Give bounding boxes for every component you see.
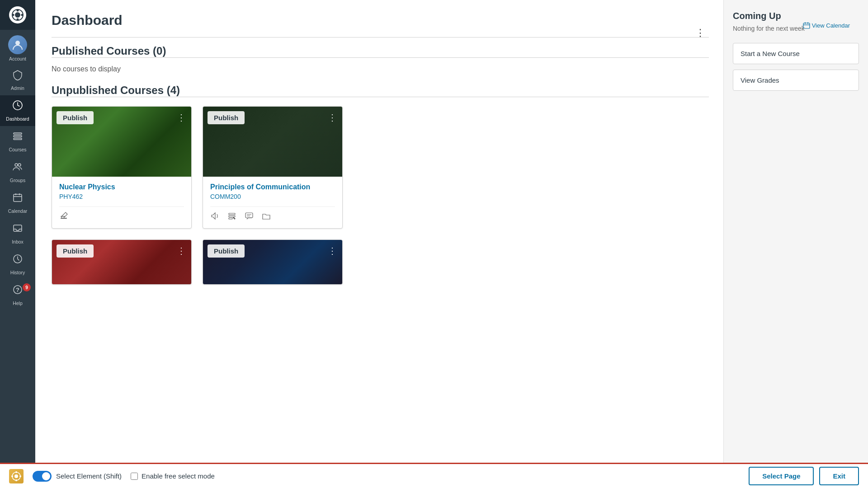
svg-point-11: [15, 164, 18, 166]
edit-icon-1[interactable]: [227, 211, 236, 223]
dashboard-icon: [12, 100, 23, 113]
svg-point-37: [11, 475, 13, 477]
courses-label: Courses: [9, 147, 26, 152]
sidebar: Account Admin Dashboard: [0, 0, 35, 463]
view-grades-button[interactable]: View Grades: [733, 70, 859, 91]
courses-grid: Publish ⋮ Nuclear Physics PHY462: [52, 106, 709, 285]
sidebar-item-calendar[interactable]: Calendar: [0, 188, 35, 218]
select-element-toggle-container: Select Element (Shift): [33, 471, 122, 482]
toggle-track: [33, 471, 52, 482]
free-select-checkbox[interactable]: [131, 473, 138, 480]
svg-rect-29: [803, 23, 810, 28]
card-more-button-1[interactable]: ⋮: [326, 110, 339, 125]
course-image-3: Publish ⋮: [203, 240, 342, 285]
course-code-1[interactable]: COMM200: [210, 193, 335, 200]
free-select-label: Enable free select mode: [142, 472, 215, 480]
publish-button-3[interactable]: Publish: [208, 244, 245, 258]
page-title: Dashboard: [52, 13, 123, 28]
chat-icon-1[interactable]: [245, 211, 254, 223]
edit-icon-0[interactable]: [59, 211, 68, 223]
calendar-label: Calendar: [8, 208, 28, 214]
publish-button-2[interactable]: Publish: [57, 244, 94, 258]
main-content: Dashboard ⋮ Published Courses (0) No cou…: [35, 0, 723, 463]
course-name-1[interactable]: Principles of Communication: [210, 183, 335, 191]
free-select-group: Enable free select mode: [131, 472, 215, 480]
help-icon: ?: [12, 284, 23, 298]
select-page-button[interactable]: Select Page: [749, 467, 814, 485]
svg-point-12: [18, 164, 21, 166]
course-card-0: Publish ⋮ Nuclear Physics PHY462: [52, 106, 192, 229]
select-element-toggle[interactable]: [33, 471, 52, 482]
groups-label: Groups: [10, 178, 25, 183]
dashboard-more-options-button[interactable]: ⋮: [692, 25, 709, 41]
calendar-icon: [12, 192, 23, 206]
svg-rect-8: [14, 133, 22, 134]
bottom-toolbar: Select Element (Shift) Enable free selec…: [0, 463, 868, 488]
card-more-button-0[interactable]: ⋮: [175, 110, 188, 125]
dashboard-label: Dashboard: [6, 116, 29, 122]
help-badge: 9: [23, 283, 31, 291]
select-element-label: Select Element (Shift): [56, 472, 122, 480]
svg-point-6: [15, 41, 20, 45]
course-image-0: Publish ⋮: [52, 107, 191, 177]
admin-label: Admin: [11, 85, 24, 91]
start-new-course-button[interactable]: Start a New Course: [733, 43, 859, 64]
view-calendar-link[interactable]: View Calendar: [803, 22, 850, 29]
account-section[interactable]: Account: [6, 32, 29, 65]
toolbar-right: Select Page Exit: [749, 467, 859, 485]
history-label: History: [10, 270, 25, 275]
sidebar-item-help[interactable]: ? 9 Help: [0, 280, 35, 310]
inbox-label: Inbox: [12, 239, 24, 244]
right-sidebar: Coming Up View Calendar Nothing for the …: [723, 0, 868, 463]
course-name-0[interactable]: Nuclear Physics: [59, 183, 184, 191]
courses-icon: [12, 131, 23, 144]
no-courses-text: No courses to display: [52, 65, 709, 73]
card-more-button-2[interactable]: ⋮: [175, 244, 188, 258]
coming-up-section: Coming Up View Calendar Nothing for the …: [733, 11, 859, 32]
unpublished-divider: [52, 97, 709, 97]
title-divider: [52, 37, 709, 38]
coming-up-title: Coming Up: [733, 11, 859, 21]
published-divider: [52, 57, 709, 58]
svg-point-4: [12, 14, 14, 16]
svg-point-36: [15, 479, 17, 481]
svg-rect-10: [14, 138, 22, 140]
announce-icon-1[interactable]: [210, 211, 219, 223]
history-icon: [12, 253, 23, 267]
svg-point-34: [14, 474, 18, 478]
publish-button-0[interactable]: Publish: [57, 111, 94, 124]
sidebar-item-inbox[interactable]: Inbox: [0, 218, 35, 249]
folder-icon-1[interactable]: [262, 211, 271, 223]
sidebar-item-history[interactable]: History: [0, 249, 35, 280]
toggle-thumb: [42, 472, 50, 480]
sidebar-item-admin[interactable]: Admin: [0, 65, 35, 95]
inbox-icon: [12, 223, 23, 236]
published-courses-heading: Published Courses (0): [52, 45, 709, 57]
card-more-button-3[interactable]: ⋮: [326, 244, 339, 258]
account-label: Account: [9, 56, 26, 61]
sidebar-logo[interactable]: [0, 0, 35, 30]
course-card-3: Publish ⋮: [203, 239, 343, 285]
exit-button[interactable]: Exit: [819, 467, 859, 485]
sidebar-item-groups[interactable]: Groups: [0, 157, 35, 188]
groups-icon: [12, 161, 23, 175]
course-card-1: Publish ⋮ Principles of Communication CO…: [203, 106, 343, 229]
svg-text:?: ?: [16, 286, 19, 293]
course-actions-0: [59, 206, 184, 223]
svg-point-2: [17, 9, 19, 12]
course-actions-1: [210, 206, 335, 223]
svg-rect-25: [229, 218, 232, 219]
logo-icon: [9, 6, 26, 23]
sidebar-item-courses[interactable]: Courses: [0, 126, 35, 157]
svg-point-5: [21, 14, 24, 16]
publish-button-1[interactable]: Publish: [208, 111, 245, 124]
svg-rect-9: [14, 136, 22, 137]
course-body-0: Nuclear Physics PHY462: [52, 177, 191, 228]
sidebar-item-dashboard[interactable]: Dashboard: [0, 95, 35, 126]
svg-point-3: [17, 19, 19, 21]
course-image-2: Publish ⋮: [52, 240, 191, 285]
course-code-0[interactable]: PHY462: [59, 193, 184, 200]
admin-icon: [12, 70, 23, 83]
course-card-2: Publish ⋮: [52, 239, 192, 285]
unpublished-courses-heading: Unpublished Courses (4): [52, 84, 709, 97]
